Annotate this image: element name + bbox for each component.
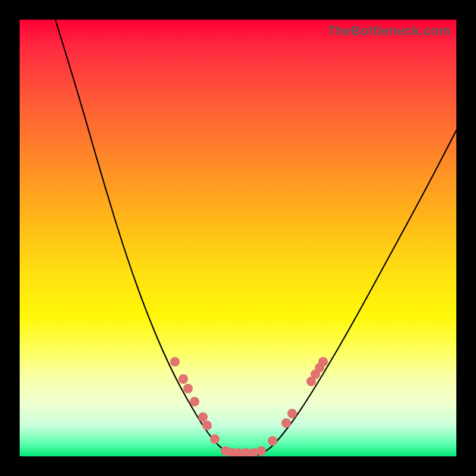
data-marker	[190, 397, 199, 406]
data-marker	[170, 357, 180, 367]
data-marker	[183, 384, 193, 393]
data-marker	[256, 446, 266, 456]
left-curve	[55, 20, 234, 455]
data-marker	[198, 412, 208, 422]
data-marker	[318, 357, 328, 367]
marker-group	[170, 357, 328, 456]
data-marker	[287, 409, 297, 418]
chart-svg	[20, 20, 456, 456]
plot-area: TheBottleneck.com	[20, 20, 456, 456]
right-curve	[258, 130, 456, 455]
data-marker	[210, 434, 220, 444]
data-marker	[268, 436, 277, 446]
data-marker	[178, 374, 188, 384]
chart-frame: TheBottleneck.com	[0, 0, 476, 476]
data-marker	[202, 421, 212, 430]
data-marker	[281, 418, 291, 428]
